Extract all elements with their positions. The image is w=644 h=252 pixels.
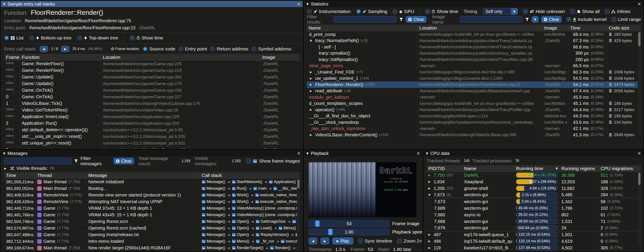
timing-dropdown[interactable]: Self only ▼ — [482, 8, 518, 15]
column-header[interactable]: Image — [260, 54, 300, 60]
table-row[interactable]: 7,680async-io29.02 ms (0.12%)80261(7.61%… — [426, 212, 641, 218]
call-stack-entry[interactable]: ReplayVersion() — [256, 232, 289, 237]
table-row[interactable]: ▶119kworker/u17:0+i915_fli127.48 ms (0.5… — [426, 244, 641, 251]
radio-icon[interactable] — [4, 36, 9, 40]
table-row[interactable]: ▶VideoGLBase::RenderContent()(+14)/home/… — [307, 132, 641, 138]
view-mode-top-down[interactable]: Top-down tree — [77, 35, 118, 40]
table-row[interactable]: inlinestd::unique_ptr<>::reset()/usr/inc… — [4, 140, 300, 146]
column-header[interactable]: Call stack — [200, 172, 300, 178]
messages-titlebar[interactable]: ▼ Messages × — [1, 150, 302, 156]
call-stack-entry[interactable]: Message() — [202, 212, 225, 217]
collapse-icon[interactable]: ▼ — [426, 152, 428, 155]
funnel-icon[interactable] — [525, 18, 529, 21]
zoom-2x-checkbox[interactable]: Zoom 2× — [397, 238, 422, 244]
include-kernel-checkbox[interactable]: A Include kernel — [566, 17, 606, 22]
column-header[interactable]: Function — [20, 54, 101, 60]
call-stack-entry[interactable]: Message() — [202, 239, 225, 244]
scrollbar[interactable] — [638, 32, 641, 133]
table-row[interactable]: 382,647,488nsGame(7,776)Opening /meta/re… — [4, 232, 300, 238]
table-row[interactable]: d_print_comp/usr/src/debug/gcc-build/x86… — [307, 31, 641, 38]
table-row[interactable]: 1VideoGLBase::Tick()/home/wolf/darkrl/sr… — [4, 100, 300, 107]
table-row[interactable]: tracy::rpmalloc()/home/wolf/darkrl/contr… — [307, 50, 641, 56]
table-row[interactable]: module_get_kallsym<kernel><kernel>45.5 m… — [307, 94, 641, 100]
radio-icon[interactable] — [252, 46, 256, 51]
chevron-right-icon[interactable]: ▶ — [310, 77, 314, 80]
prev-frame-button[interactable]: ◀ — [308, 238, 317, 244]
mode-gpu[interactable]: ◉ GPU — [392, 9, 414, 14]
close-icon[interactable]: × — [417, 151, 420, 156]
clear-image-filter-button[interactable]: Clear — [541, 16, 562, 23]
column-header[interactable]: Time — [4, 172, 36, 178]
table-row[interactable]: clear_page_erms<kernel><kernel>66.5 ms(0… — [307, 63, 641, 69]
table-row[interactable]: ▶7,750(22)DarkRL10.04 s (41.37%)30,38852… — [426, 172, 641, 178]
table-row[interactable]: ▼7,673(5)wezterm-gui2.15 s (8.86%)5,4852… — [426, 192, 641, 198]
column-header[interactable]: CPU migrations — [599, 165, 641, 172]
call-stack-entry[interactable]: Message() — [202, 193, 225, 197]
call-stack-entry[interactable]: main — [253, 186, 267, 191]
radio-icon[interactable] — [392, 9, 397, 14]
table-row[interactable]: 7,688wezterm-gui28.93 ms (0.12%)1,53171(… — [426, 218, 641, 225]
table-row[interactable]: 7,689wezterm-gui49.46 ms (0.20%)1,786102… — [426, 205, 641, 212]
table-row[interactable]: 7,679wezterm-gui500.94 µs (0.00%)242(8.3… — [426, 225, 641, 231]
chevron-right-icon[interactable]: ▶ — [428, 174, 432, 177]
table-row[interactable]: inlineVideo::GetTicksHiRes()/home/wolf/d… — [4, 107, 300, 114]
clear-messages-filter-button[interactable]: Clear — [114, 158, 134, 164]
call-stack-entry[interactable]: Menu() — [232, 239, 249, 244]
call-stack-entry[interactable]: Message() — [202, 246, 225, 250]
chevron-right-icon[interactable]: ▶ — [310, 90, 314, 92]
checkbox-icon[interactable] — [612, 17, 616, 22]
call-stack-entry[interactable]: Message() — [202, 186, 225, 191]
close-icon[interactable]: × — [638, 151, 641, 156]
hide-unknown-checkbox[interactable]: Hide unknown — [523, 9, 565, 14]
table-row[interactable]: 382,504,746nsGame(7,776)Opening /forest.… — [4, 218, 300, 225]
column-header[interactable]: Location — [418, 25, 542, 31]
chevron-right-icon[interactable]: ▶ — [428, 246, 432, 249]
call-stack-entry[interactable]: Menu() — [278, 226, 296, 230]
frame-location-symbol-address[interactable]: Symbol address — [252, 46, 292, 52]
view-mode-bottom-up[interactable]: Bottom-up tree — [29, 35, 72, 40]
column-header[interactable]: Name — [462, 165, 514, 172]
table-row[interactable]: inlineGame::OnTick()/home/wolf/darkrl/sr… — [4, 87, 300, 94]
collapse-icon[interactable]: ▼ — [3, 2, 5, 6]
play-button[interactable]: ▶ Play — [332, 238, 353, 244]
table-row[interactable]: inlineGame::RenderFloor()/home/wolf/dark… — [4, 60, 300, 67]
table-row[interactable]: ▶1,834Xwayland9.57 s (39.44%)12,553188(1… — [426, 178, 641, 185]
frame-image-slider[interactable]: 53 — [308, 220, 390, 227]
table-row[interactable]: [ - self - ]/home/wolf/darkrl/contrib/tr… — [307, 44, 641, 50]
call-stack-entry[interactable]: Message() — [202, 199, 225, 204]
call-stack-entry[interactable]: _M_run — [256, 239, 274, 244]
radio-icon[interactable] — [143, 46, 148, 51]
checkbox-icon[interactable] — [130, 36, 135, 40]
mode-sampling[interactable]: Sampling — [356, 9, 388, 14]
message-filter-input[interactable] — [4, 158, 72, 164]
chevron-right-icon[interactable]: ▶ — [310, 83, 314, 86]
call-stack-entry[interactable]: GetImageSize — [256, 219, 286, 224]
table-row[interactable]: 382,712,444nsGame(7,776)Intro menu loade… — [4, 238, 300, 245]
expander-icon[interactable]: ▶ — [4, 167, 8, 170]
table-row[interactable]: ▶496irq/175-iwlwifi:default_qu132.14 ms … — [426, 238, 641, 244]
column-header[interactable]: Image — [542, 25, 568, 31]
frame-location-return-address[interactable]: Return address — [210, 46, 248, 52]
column-header[interactable]: Running regions — [560, 165, 599, 172]
column-header[interactable]: Code size — [607, 25, 641, 31]
table-row[interactable]: 382,408,518nsRemoteView(7,775)Remote vie… — [4, 192, 300, 198]
call-stack-entry[interactable]: Run() — [232, 186, 247, 191]
close-icon[interactable]: × — [297, 151, 300, 156]
call-stack-entry[interactable]: Load() — [256, 226, 272, 230]
call-stack-entry[interactable]: RenderTarget() — [232, 246, 264, 250]
table-row[interactable]: ▼tracy::NormalizePath()(+2)/home/wolf/da… — [307, 38, 641, 44]
call-stack-entry[interactable]: __libc_start_call_ — [273, 186, 300, 191]
scrollbar[interactable] — [638, 172, 641, 244]
table-row[interactable]: ▶1,206(12)gnome-shell4.64 s (19.10%)11,6… — [426, 185, 641, 192]
close-icon[interactable]: × — [638, 2, 641, 6]
collapse-icon[interactable]: ▼ — [306, 2, 308, 6]
filter-results-input[interactable] — [334, 16, 397, 23]
checkbox-icon[interactable] — [358, 238, 363, 244]
column-header[interactable]: Thread — [36, 172, 86, 178]
column-header[interactable]: Frame — [4, 54, 20, 60]
checkbox-icon[interactable] — [246, 158, 251, 164]
radio-icon[interactable] — [178, 46, 183, 51]
table-row[interactable]: 381,559,214nsMain thread(7,750)Network i… — [4, 179, 300, 185]
call-stack-entry[interactable]: Message() — [202, 232, 225, 237]
table-row[interactable]: _raw_spin_unlock_irqrestore<kernel><kern… — [307, 126, 641, 132]
